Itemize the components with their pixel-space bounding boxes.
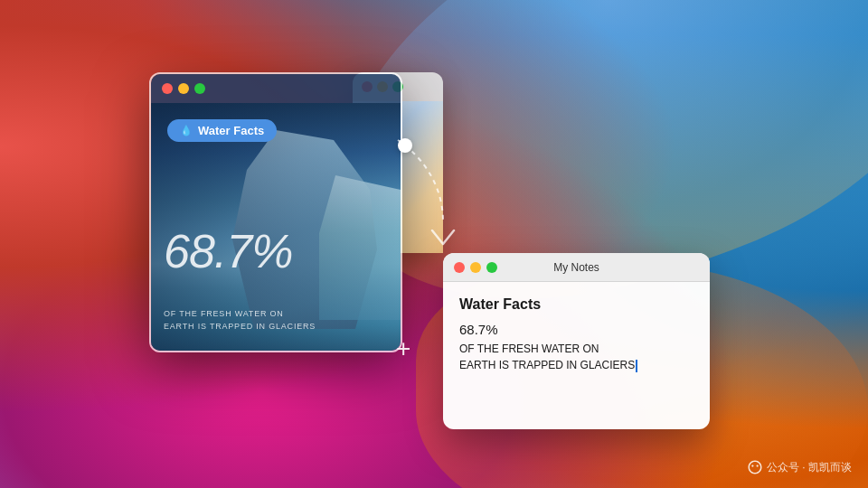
plus-symbol: + <box>396 334 410 363</box>
titlebar-red-dot[interactable] <box>162 83 173 94</box>
wechat-icon <box>747 459 763 475</box>
window-left-titlebar <box>151 74 401 103</box>
watermark: 公众号 · 凯凯而谈 <box>747 459 852 475</box>
watermark-text: 公众号 · 凯凯而谈 <box>767 460 852 475</box>
text-cursor <box>636 360 637 372</box>
my-notes-window[interactable]: My Notes Water Facts 68.7% OF THE FRESH … <box>443 253 710 429</box>
notes-yellow-dot[interactable] <box>470 262 481 273</box>
notes-traffic-lights <box>454 262 497 273</box>
notes-green-dot[interactable] <box>486 262 497 273</box>
subtitle-line1: OF THE FRESH WATER ON <box>164 309 284 318</box>
notes-subtitle-line1: OF THE FRESH WATER ON <box>459 343 599 355</box>
percentage-display: 68.7% <box>164 224 292 278</box>
notes-titlebar: My Notes <box>443 253 710 282</box>
titlebar-green-dot[interactable] <box>194 83 205 94</box>
subtitle-line2: EARTH IS TRAPPED IN GLACIERS <box>164 322 316 331</box>
notes-content[interactable]: Water Facts 68.7% OF THE FRESH WATER ON … <box>443 282 710 429</box>
notes-percentage-value: 68.7% <box>459 322 693 337</box>
window-left-content: 💧 Water Facts 68.7% OF THE FRESH WATER O… <box>151 103 401 351</box>
titlebar-yellow-dot[interactable] <box>178 83 189 94</box>
badge-label: Water Facts <box>198 124 264 137</box>
notes-subtitle-line2: EARTH IS TRAPPED IN GLACIERS <box>459 359 635 371</box>
subtitle-display: OF THE FRESH WATER ON EARTH IS TRAPPED I… <box>164 308 316 333</box>
notes-window-title: My Notes <box>553 261 599 274</box>
arrow-start-dot <box>398 138 412 153</box>
water-facts-badge[interactable]: 💧 Water Facts <box>167 119 277 142</box>
water-drop-icon: 💧 <box>180 125 193 136</box>
notes-heading: Water Facts <box>459 296 693 313</box>
water-facts-window[interactable]: 💧 Water Facts 68.7% OF THE FRESH WATER O… <box>149 72 402 352</box>
notes-subtitle: OF THE FRESH WATER ON EARTH IS TRAPPED I… <box>459 341 693 373</box>
notes-red-dot[interactable] <box>454 262 465 273</box>
